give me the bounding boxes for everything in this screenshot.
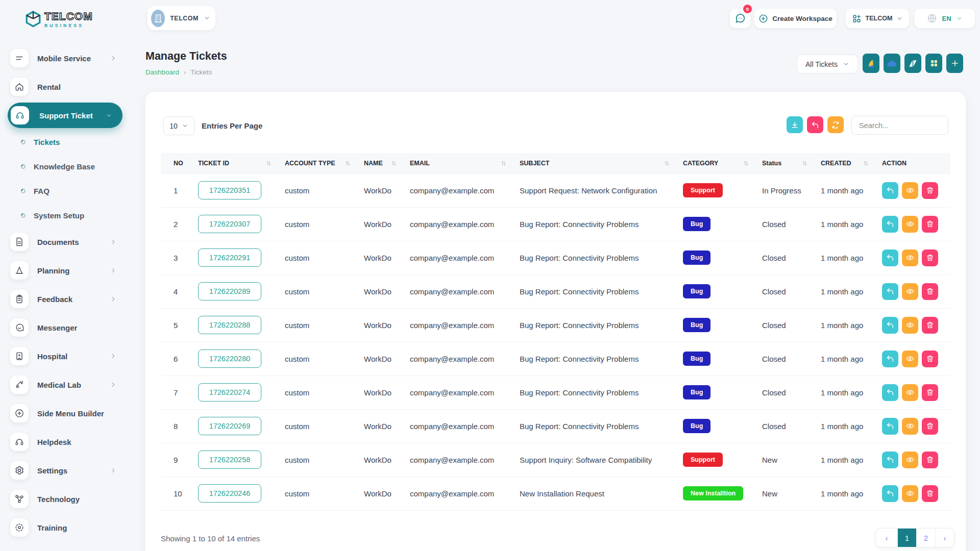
- reply-button[interactable]: [882, 283, 898, 300]
- chat-icon: [734, 13, 746, 24]
- view-button[interactable]: [902, 317, 918, 334]
- column-header-created[interactable]: CREATED: [814, 153, 875, 173]
- reply-button[interactable]: [882, 249, 898, 266]
- view-button[interactable]: [902, 384, 918, 401]
- ticket-id-link[interactable]: 1726220307: [198, 215, 261, 233]
- ticket-id-link[interactable]: 1726220246: [198, 484, 261, 503]
- ticket-email: company@example.com: [403, 274, 513, 308]
- delete-button[interactable]: [922, 317, 938, 334]
- sidebar-item-medical-lab[interactable]: Medical Lab: [0, 370, 129, 399]
- ticket-id-link[interactable]: 1726220274: [198, 383, 261, 402]
- sidebar-item-mobile-service[interactable]: Mobile Service: [0, 44, 129, 72]
- reply-button[interactable]: [882, 384, 898, 401]
- sidebar-item-support-ticket[interactable]: Support Ticket: [8, 103, 122, 128]
- column-header-ticket-id[interactable]: TICKET ID: [191, 153, 278, 173]
- sidebar-subitem-tickets[interactable]: Tickets: [0, 130, 129, 154]
- sidebar-subitem-system-setup[interactable]: System Setup: [0, 203, 129, 228]
- sidebar-subitem-knowledge-base[interactable]: Knowledge Base: [0, 154, 129, 179]
- reply-button[interactable]: [882, 485, 898, 502]
- ticket-id-link[interactable]: 1726220289: [198, 282, 261, 300]
- reply-button[interactable]: [882, 452, 898, 468]
- refresh-button[interactable]: [827, 116, 844, 133]
- delete-button[interactable]: [922, 350, 938, 367]
- column-header-subject[interactable]: SUBJECT: [513, 153, 676, 173]
- create-workspace-button[interactable]: Create Workspace: [754, 9, 837, 28]
- grid-button[interactable]: [925, 54, 942, 73]
- row-actions: [882, 350, 944, 367]
- column-header-name[interactable]: NAME: [357, 153, 403, 173]
- chat-badge: 0: [743, 5, 752, 13]
- sidebar-item-feedback[interactable]: Feedback: [0, 285, 129, 313]
- sidebar: Mobile Service Rental Support Ticket Tic…: [0, 44, 129, 542]
- sidebar-item-planning[interactable]: Planning: [0, 256, 129, 285]
- sidebar-item-training[interactable]: Training: [0, 513, 129, 542]
- delete-button[interactable]: [922, 452, 938, 468]
- entries-per-page-select[interactable]: 10: [163, 116, 194, 135]
- search-input[interactable]: [851, 116, 948, 135]
- cloud-button[interactable]: [884, 54, 900, 73]
- plus-button[interactable]: [946, 54, 963, 73]
- delete-button[interactable]: [922, 216, 938, 233]
- view-button[interactable]: [902, 418, 918, 435]
- delete-button[interactable]: [922, 384, 938, 401]
- sort-icon: [743, 160, 749, 166]
- sidebar-item-messenger[interactable]: Messenger: [0, 313, 129, 342]
- zendesk-button[interactable]: [904, 54, 921, 73]
- reply-button[interactable]: [882, 317, 898, 334]
- delete-button[interactable]: [922, 182, 938, 199]
- column-header-status[interactable]: Status: [755, 153, 814, 173]
- column-header-category[interactable]: CATEGORY: [676, 153, 755, 173]
- pennant-button[interactable]: [863, 54, 879, 73]
- sidebar-item-side-menu-builder[interactable]: Side Menu Builder: [0, 399, 129, 428]
- view-button[interactable]: [902, 452, 918, 468]
- workspace-selector[interactable]: TELCOM: [148, 6, 215, 30]
- reply-button[interactable]: [882, 182, 898, 199]
- language-selector[interactable]: EN: [915, 9, 975, 28]
- ticket-name: WorkDo: [357, 274, 403, 308]
- sidebar-item-rental[interactable]: Rental: [0, 72, 129, 101]
- breadcrumb-dashboard-link[interactable]: Dashboard: [145, 68, 179, 76]
- export-button[interactable]: [787, 116, 803, 133]
- pagination-page-2[interactable]: 2: [917, 529, 936, 547]
- app-menu-button[interactable]: TELCOM: [846, 9, 909, 28]
- reply-button[interactable]: [882, 350, 898, 367]
- ticket-id-link[interactable]: 1726220288: [198, 316, 261, 334]
- ticket-id-link[interactable]: 1726220351: [198, 181, 261, 199]
- ticket-status: Closed: [755, 375, 814, 409]
- delete-button[interactable]: [922, 283, 938, 300]
- ticket-row: 2 1726220307 custom WorkDo company@examp…: [161, 207, 950, 241]
- delete-button[interactable]: [922, 418, 938, 435]
- view-button[interactable]: [902, 350, 918, 367]
- view-button[interactable]: [902, 182, 918, 199]
- ticket-id-link[interactable]: 1726220258: [198, 450, 261, 469]
- pagination-page-1[interactable]: 1: [898, 529, 917, 547]
- sidebar-item-label: Mobile Service: [37, 54, 91, 63]
- ticket-id-link[interactable]: 1726220291: [198, 248, 261, 267]
- delete-button[interactable]: [922, 249, 938, 266]
- sidebar-item-helpdesk[interactable]: Helpdesk: [0, 428, 129, 456]
- ticket-subject: Support Inquiry: Software Compatibility: [513, 443, 676, 477]
- view-button[interactable]: [902, 283, 918, 300]
- sidebar-item-settings[interactable]: Settings: [0, 456, 129, 485]
- reset-button[interactable]: [807, 116, 823, 133]
- sidebar-item-technology[interactable]: Technology: [0, 485, 129, 513]
- sidebar-item-hospital[interactable]: Hospital: [0, 342, 129, 370]
- ticket-id-link[interactable]: 1726220280: [198, 349, 261, 368]
- column-header-account-type[interactable]: ACCOUNT TYPE: [278, 153, 357, 173]
- sidebar-subitem-faq[interactable]: FAQ: [0, 179, 129, 203]
- pagination-prev[interactable]: ‹: [876, 529, 898, 547]
- chevron-right-icon: [110, 295, 117, 303]
- view-button[interactable]: [902, 485, 918, 502]
- view-button[interactable]: [902, 216, 918, 233]
- reply-button[interactable]: [882, 216, 898, 233]
- reply-button[interactable]: [882, 418, 898, 435]
- column-header-email[interactable]: EMAIL: [403, 153, 513, 173]
- messages-button[interactable]: 0: [730, 9, 750, 28]
- sidebar-item-documents[interactable]: Documents: [0, 228, 129, 256]
- view-button[interactable]: [902, 249, 918, 266]
- ticket-id-link[interactable]: 1726220269: [198, 417, 261, 435]
- delete-button[interactable]: [922, 485, 938, 502]
- pagination-next[interactable]: ›: [936, 529, 954, 547]
- column-label: NAME: [364, 160, 383, 167]
- ticket-filter-dropdown[interactable]: All Tickets: [797, 55, 858, 73]
